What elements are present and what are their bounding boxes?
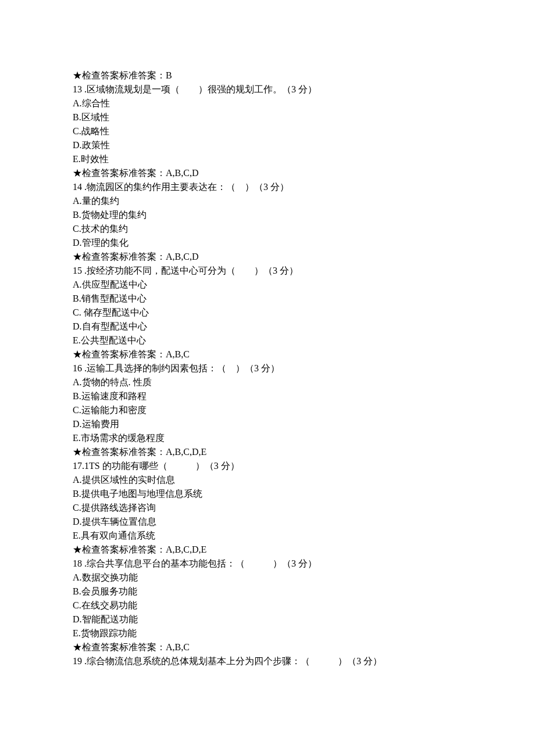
text-line: E.时效性	[73, 152, 462, 166]
text-line: 13 .区域物流规划是一项（ ）很强的规划工作。（3 分）	[73, 83, 462, 96]
text-line: D.智能配送功能	[73, 612, 462, 626]
text-line: 15 .按经济功能不同，配送中心可分为（ ）（3 分）	[73, 264, 462, 278]
text-line: B.货物处理的集约	[73, 208, 462, 222]
document-page: ★检查答案标准答案：B 13 .区域物流规划是一项（ ）很强的规划工作。（3 分…	[0, 0, 535, 756]
text-line: 17.1TS 的功能有哪些（ ）（3 分）	[73, 459, 462, 473]
text-line: C.在线交易功能	[73, 599, 462, 612]
text-line: ★检查答案标准答案：B	[73, 69, 462, 83]
text-line: B.区域性	[73, 110, 462, 124]
text-line: A.提供区域性的实时信息	[73, 473, 462, 487]
text-line: C. 储存型配送中心	[73, 306, 462, 320]
text-line: B.销售型配送中心	[73, 292, 462, 306]
text-line: B.运输速度和路程	[73, 389, 462, 403]
text-line: 16 .运输工具选择的制约因素包括：（ ）（3 分）	[73, 361, 462, 375]
text-line: C.提供路线选择咨询	[73, 501, 462, 515]
text-line: ★检查答案标准答案：A,B,C	[73, 347, 462, 361]
text-line: ★检查答案标准答案：A,B,C,D,E	[73, 445, 462, 459]
text-line: ★检查答案标准答案：A,B,C,D	[73, 166, 462, 180]
text-line: A.综合性	[73, 96, 462, 110]
text-line: A.数据交换功能	[73, 571, 462, 585]
text-line: E.具有双向通信系统	[73, 529, 462, 543]
text-line: B.会员服务功能	[73, 585, 462, 599]
text-line: D.政策性	[73, 138, 462, 152]
text-line: D.运输费用	[73, 417, 462, 431]
text-line: ★检查答案标准答案：A,B,C	[73, 640, 462, 654]
text-line: E.公共型配送中心	[73, 334, 462, 347]
text-line: D.管理的集化	[73, 236, 462, 250]
text-line: 14 .物流园区的集约作用主要表达在：（ ）（3 分）	[73, 180, 462, 194]
text-line: 19 .综合物流信息系统的总体规划基本上分为四个步骤：（ ）（3 分）	[73, 654, 462, 668]
text-line: C.战略性	[73, 124, 462, 138]
text-line: A.货物的特点. 性质	[73, 375, 462, 389]
text-line: ★检查答案标准答案：A,B,C,D	[73, 250, 462, 264]
text-line: E.货物跟踪功能	[73, 626, 462, 640]
text-line: D.提供车辆位置信息	[73, 515, 462, 529]
text-line: A.量的集约	[73, 194, 462, 208]
text-line: ★检查答案标准答案：A,B,C,D,E	[73, 543, 462, 557]
text-line: D.自有型配送中心	[73, 320, 462, 334]
text-line: A.供应型配送中心	[73, 278, 462, 292]
text-line: C.运输能力和密度	[73, 403, 462, 417]
text-line: C.技术的集约	[73, 222, 462, 236]
text-line: B.提供电子地图与地理信息系统	[73, 487, 462, 501]
text-line: E.市场需求的缓急程度	[73, 431, 462, 445]
text-line: 18 .综合共享信息平台的基本功能包括：（ ）（3 分）	[73, 557, 462, 571]
